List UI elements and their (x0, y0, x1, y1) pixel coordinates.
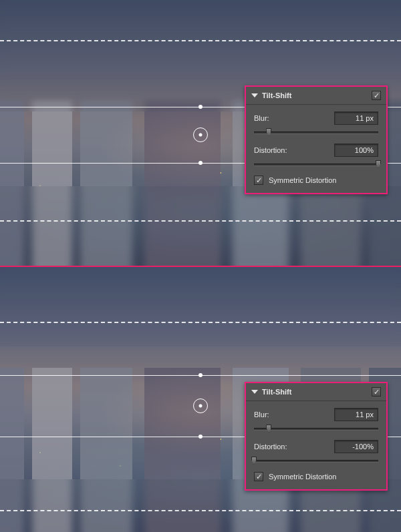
tiltshift-feather-lower[interactable] (0, 220, 401, 222)
blur-region-top (0, 267, 401, 346)
distortion-label: Distortion: (254, 146, 329, 154)
slider-track (254, 131, 378, 134)
slider-track (254, 428, 378, 430)
panel-body: Blur: Distortion: ✓ Symmetric Distortion (246, 401, 386, 489)
slider-thumb[interactable] (266, 128, 271, 136)
tiltshift-pin-lower[interactable] (198, 435, 203, 439)
panel-body: Blur: Distortion: ✓ Symmetric Distortion (246, 105, 386, 193)
tiltshift-feather-upper[interactable] (0, 40, 401, 41)
panel-header[interactable]: Tilt-Shift ✓ (246, 383, 386, 401)
tiltshift-pin-lower[interactable] (198, 161, 203, 165)
blur-slider[interactable] (254, 424, 378, 433)
distortion-label: Distortion: (254, 443, 329, 451)
distortion-input[interactable] (334, 144, 378, 157)
blur-label: Blur: (254, 411, 329, 419)
distortion-input[interactable] (334, 440, 378, 453)
slider-thumb[interactable] (376, 160, 381, 168)
blur-region-bottom (0, 186, 401, 266)
tiltshift-blur-ring[interactable] (193, 127, 208, 142)
panel-title: Tilt-Shift (262, 388, 368, 396)
blur-input[interactable] (334, 111, 378, 125)
canvas-bottom[interactable]: Tilt-Shift ✓ Blur: Distortion: ✓ Sy (0, 266, 401, 532)
tiltshift-pin-upper[interactable] (198, 105, 203, 109)
panel-header[interactable]: Tilt-Shift ✓ (246, 87, 386, 105)
slider-track (254, 164, 378, 166)
tiltshift-panel: Tilt-Shift ✓ Blur: Distortion: ✓ Sy (245, 85, 388, 194)
distortion-slider[interactable] (254, 456, 378, 465)
tiltshift-panel: Tilt-Shift ✓ Blur: Distortion: ✓ Sy (245, 382, 388, 491)
symmetric-distortion-label: Symmetric Distortion (269, 176, 336, 184)
panel-enable-checkbox[interactable]: ✓ (372, 387, 381, 396)
slider-thumb[interactable] (266, 425, 271, 433)
symmetric-distortion-label: Symmetric Distortion (269, 473, 336, 481)
blur-label: Blur: (254, 114, 329, 122)
panel-enable-checkbox[interactable]: ✓ (372, 91, 381, 100)
slider-track (254, 460, 378, 462)
tiltshift-feather-lower[interactable] (0, 510, 401, 511)
blur-input[interactable] (334, 408, 378, 421)
tiltshift-feather-upper[interactable] (0, 322, 401, 323)
symmetric-distortion-checkbox[interactable]: ✓ (254, 176, 263, 185)
tiltshift-pin-upper[interactable] (198, 373, 203, 377)
chevron-down-icon[interactable] (251, 390, 258, 394)
chevron-down-icon[interactable] (251, 93, 258, 97)
canvas-top[interactable]: Tilt-Shift ✓ Blur: Distortion: ✓ Sy (0, 0, 401, 266)
slider-thumb[interactable] (251, 457, 257, 465)
panel-title: Tilt-Shift (262, 91, 368, 99)
distortion-slider[interactable] (254, 160, 378, 169)
tiltshift-blur-ring[interactable] (193, 398, 208, 413)
blur-slider[interactable] (254, 127, 378, 137)
symmetric-distortion-checkbox[interactable]: ✓ (254, 472, 263, 481)
